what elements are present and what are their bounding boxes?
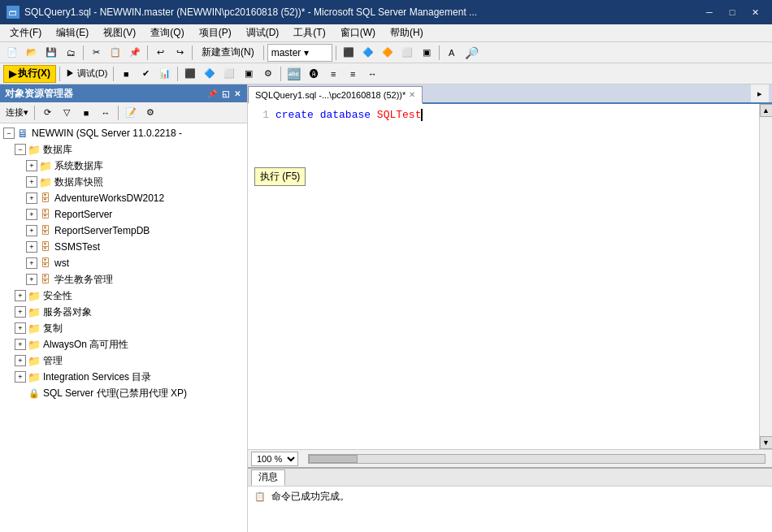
tree-databases[interactable]: − 📁 数据库 (0, 141, 247, 158)
expand-adv[interactable]: + (26, 192, 37, 204)
expand-server[interactable]: − (3, 128, 15, 139)
redo-btn[interactable]: ↪ (171, 44, 189, 62)
tb-btn-11[interactable]: A (443, 44, 461, 62)
menu-project[interactable]: 项目(P) (193, 25, 238, 41)
tree-security[interactable]: + 📁 安全性 (0, 288, 247, 304)
expand-alwayson[interactable]: + (15, 339, 26, 350)
menu-query[interactable]: 查询(Q) (144, 25, 190, 41)
scroll-up-arrow[interactable]: ▲ (760, 104, 773, 117)
minimize-button[interactable]: ─ (699, 4, 720, 20)
new-file-btn[interactable]: 📄 (3, 44, 21, 62)
tbex-btn3[interactable]: ⬜ (220, 65, 238, 83)
tree-integration[interactable]: + 📁 Integration Services 目录 (0, 369, 247, 385)
results-btn[interactable]: 📊 (156, 65, 174, 83)
messages-tab[interactable]: 消息 (251, 469, 285, 486)
oe-pin-btn[interactable]: 📌 (206, 89, 219, 98)
tree-systemdb[interactable]: + 📁 系统数据库 (0, 158, 247, 174)
scroll-down-arrow[interactable]: ▼ (760, 436, 773, 449)
tb-btn-6[interactable]: ⬛ (340, 44, 358, 62)
expand-rs[interactable]: + (26, 209, 37, 220)
folder-icon: 📁 (28, 143, 41, 156)
maximize-button[interactable]: □ (722, 4, 743, 20)
tbex-btn8[interactable]: ≡ (324, 65, 342, 83)
new-query-btn[interactable]: 新建查询(N) (196, 44, 260, 62)
menu-edit[interactable]: 编辑(E) (50, 25, 95, 41)
expand-serverobj[interactable]: + (15, 306, 26, 318)
expand-wst[interactable]: + (26, 257, 37, 269)
oe-stop-btn[interactable]: ■ (77, 104, 95, 122)
tb-btn-8[interactable]: 🔶 (379, 44, 397, 62)
expand-databases[interactable]: − (15, 144, 26, 155)
oe-float-btn[interactable]: ◱ (220, 89, 231, 98)
menu-tools[interactable]: 工具(T) (287, 25, 332, 41)
menu-window[interactable]: 窗口(W) (334, 25, 382, 41)
horizontal-scrollbar[interactable] (308, 454, 765, 464)
tab-close-btn[interactable]: ✕ (409, 90, 415, 99)
tree-alwayson[interactable]: + 📁 AlwaysOn 高可用性 (0, 336, 247, 353)
tree-server[interactable]: − 🖥 NEWWIN (SQL Server 11.0.2218 - (0, 125, 247, 141)
tbex-btn10[interactable]: ↔ (363, 65, 381, 83)
expand-security[interactable]: + (15, 290, 26, 301)
tree-replication[interactable]: + 📁 复制 (0, 320, 247, 336)
menu-help[interactable]: 帮助(H) (384, 25, 430, 41)
tree-reportservertempdb[interactable]: + 🗄 ReportServerTempDB (0, 223, 247, 239)
paste-btn[interactable]: 📌 (126, 44, 144, 62)
close-button[interactable]: ✕ (744, 4, 765, 20)
database-dropdown[interactable]: master ▾ (267, 44, 332, 62)
debug-btn[interactable]: ▶ 调试(D) (63, 65, 110, 83)
tbex-btn5[interactable]: ⚙ (259, 65, 277, 83)
tree-sqlagent[interactable]: 🔒 SQL Server 代理(已禁用代理 XP) (0, 385, 247, 401)
tbex-btn4[interactable]: ▣ (240, 65, 258, 83)
editor-scrollbar[interactable]: ▲ ▼ (759, 104, 772, 449)
tree-student[interactable]: + 🗄 学生教务管理 (0, 271, 247, 288)
tbex-btn6[interactable]: 🔤 (284, 65, 303, 83)
oe-newq-btn[interactable]: 📝 (122, 104, 140, 122)
tbex-btn7[interactable]: 🅐 (305, 65, 323, 83)
save-all-btn[interactable]: 🗂 (62, 44, 80, 62)
tree-snapshot[interactable]: + 📁 数据库快照 (0, 174, 247, 190)
stop-btn[interactable]: ■ (117, 65, 135, 83)
tree-management[interactable]: + 📁 管理 (0, 353, 247, 369)
expand-ssms[interactable]: + (26, 241, 37, 253)
expand-snapshot[interactable]: + (26, 176, 37, 188)
oe-refresh-btn[interactable]: ⟳ (38, 104, 56, 122)
execute-button[interactable]: ▶ 执行(X) (3, 65, 56, 83)
tb-btn-10[interactable]: ▣ (418, 44, 436, 62)
cut-btn[interactable]: ✂ (87, 44, 105, 62)
expand-integration[interactable]: + (15, 371, 26, 383)
security-label: 安全性 (43, 289, 72, 303)
query-editor[interactable]: 1 create database SQLTest (248, 104, 759, 449)
tree-serverobjects[interactable]: + 📁 服务器对象 (0, 304, 247, 320)
open-file-btn[interactable]: 📂 (23, 44, 41, 62)
tb-btn-12[interactable]: 🔎 (462, 44, 481, 62)
oe-sync-btn[interactable]: ↔ (97, 104, 115, 122)
menu-file[interactable]: 文件(F) (3, 25, 48, 41)
expand-systemdb[interactable]: + (26, 160, 37, 171)
oe-prop-btn[interactable]: ⚙ (141, 104, 159, 122)
expand-rstempdb[interactable]: + (26, 225, 37, 236)
tree-ssmstest[interactable]: + 🗄 SSMSTest (0, 239, 247, 255)
menu-debug[interactable]: 调试(D) (240, 25, 286, 41)
zoom-select[interactable]: 100 % 75 % 150 % (251, 452, 298, 466)
tbex-btn1[interactable]: ⬛ (181, 65, 199, 83)
expand-mgmt[interactable]: + (15, 355, 26, 366)
menu-view[interactable]: 视图(V) (97, 25, 142, 41)
tab-scroll-right[interactable]: ▸ (751, 84, 769, 102)
oe-close-btn[interactable]: ✕ (232, 89, 242, 98)
tb-btn-7[interactable]: 🔷 (359, 44, 377, 62)
expand-student[interactable]: + (26, 274, 37, 285)
copy-btn[interactable]: 📋 (106, 44, 124, 62)
parse-btn[interactable]: ✔ (137, 65, 154, 83)
save-btn[interactable]: 💾 (42, 44, 60, 62)
undo-btn[interactable]: ↩ (151, 44, 169, 62)
query-tab[interactable]: SQLQuery1.sql -...\pc20160818 (52))* ✕ (248, 86, 423, 104)
expand-rep[interactable]: + (15, 322, 26, 334)
tbex-btn2[interactable]: 🔷 (201, 65, 219, 83)
oe-connect-btn[interactable]: 连接▾ (3, 104, 31, 122)
oe-filter-btn[interactable]: ▽ (58, 104, 76, 122)
tree-adventureworks[interactable]: + 🗄 AdventureWorksDW2012 (0, 190, 247, 206)
tree-wst[interactable]: + 🗄 wst (0, 255, 247, 271)
tb-btn-9[interactable]: ⬜ (398, 44, 416, 62)
tbex-btn9[interactable]: ≡ (344, 65, 362, 83)
tree-reportserver[interactable]: + 🗄 ReportServer (0, 206, 247, 223)
